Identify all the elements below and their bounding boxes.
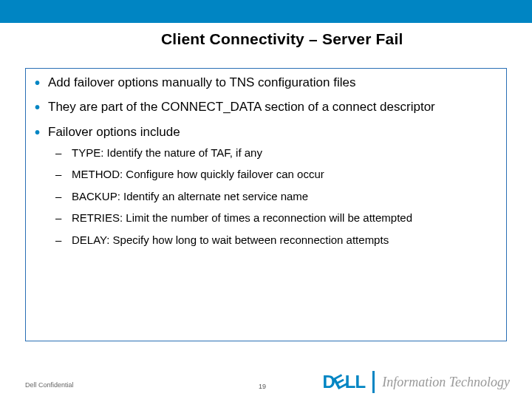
- bullet-item: Failover options include TYPE: Identify …: [35, 124, 497, 248]
- footer-confidential: Dell Confidential: [25, 381, 74, 389]
- sub-bullet-item: DELAY: Specify how long to wait between …: [55, 233, 497, 248]
- bullet-item: They are part of the CONNECT_DATA sectio…: [35, 99, 497, 115]
- content-box: Add failover options manually to TNS con…: [25, 68, 507, 341]
- sub-bullet-item: BACKUP: Identify an alternate net servic…: [55, 189, 497, 204]
- bullet-list: Add failover options manually to TNS con…: [35, 75, 497, 247]
- bullet-text: They are part of the CONNECT_DATA sectio…: [48, 100, 435, 114]
- sub-bullet-list: TYPE: Identify the nature of TAF, if any…: [55, 146, 497, 248]
- logo-divider: [372, 371, 375, 393]
- sub-bullet-item: TYPE: Identify the nature of TAF, if any: [55, 146, 497, 160]
- footer-logo-group: DELL Information Technology: [322, 371, 510, 393]
- sub-bullet-item: METHOD: Configure how quickly failover c…: [55, 167, 497, 182]
- sub-bullet-item: RETRIES: Limit the number of times a rec…: [55, 211, 497, 225]
- bullet-text: Failover options include: [48, 125, 180, 139]
- slide: Client Connectivity – Server Fail Add fa…: [0, 0, 532, 399]
- dell-logo: DELL: [322, 372, 365, 392]
- bullet-item: Add failover options manually to TNS con…: [35, 75, 497, 90]
- slide-title: Client Connectivity – Server Fail: [161, 30, 403, 48]
- page-number: 19: [259, 383, 266, 390]
- title-row: Client Connectivity – Server Fail: [0, 23, 532, 55]
- dell-logo-letter: L: [355, 372, 366, 392]
- logo-suffix: Information Technology: [382, 375, 510, 390]
- bullet-text: Add failover options manually to TNS con…: [48, 75, 355, 89]
